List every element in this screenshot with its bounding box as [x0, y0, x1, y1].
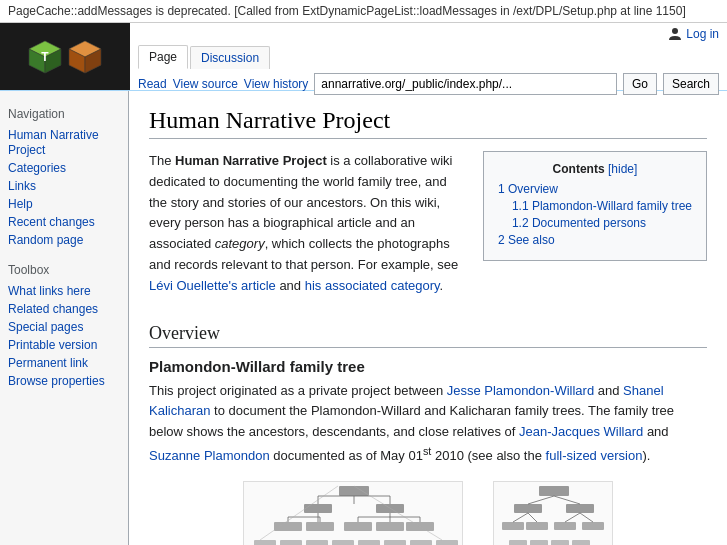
svg-line-56	[528, 496, 554, 504]
sidebar-item-hnp: Human Narrative Project	[8, 127, 120, 157]
svg-rect-11	[304, 504, 332, 513]
toc-hide-button[interactable]: [hide]	[608, 162, 637, 176]
svg-rect-18	[306, 522, 334, 531]
svg-rect-20	[376, 522, 404, 531]
toolbox-item-whatlinks: What links here	[8, 283, 120, 298]
svg-rect-68	[551, 540, 569, 545]
svg-rect-31	[280, 540, 302, 545]
svg-rect-60	[554, 522, 576, 530]
svg-rect-58	[502, 522, 524, 530]
login-link[interactable]: Log in	[686, 27, 719, 41]
sidebar-link-random[interactable]: Random page	[8, 233, 83, 247]
toc-item-11: 1.1 Plamondon-Willard family tree	[512, 199, 692, 213]
toc-num-2: 2	[498, 233, 508, 247]
toc-label-1: Overview	[508, 182, 558, 196]
svg-rect-17	[274, 522, 302, 531]
header-right: Log in Page Discussion Read View source …	[130, 23, 727, 90]
sidebar-item-random: Random page	[8, 232, 120, 247]
toolbox-link-browse[interactable]: Browse properties	[8, 374, 105, 388]
svg-rect-33	[332, 540, 354, 545]
toc-label-12: Documented persons	[532, 216, 646, 230]
view-source-link[interactable]: View source	[173, 77, 238, 91]
toolbox-link-printable[interactable]: Printable version	[8, 338, 97, 352]
sidebar-link-categories[interactable]: Categories	[8, 161, 66, 175]
svg-point-9	[672, 28, 678, 34]
sidebar-link-recent[interactable]: Recent changes	[8, 215, 95, 229]
warning-bar: PageCache::addMessages is deprecated. [C…	[0, 0, 727, 23]
content-area: Human Narrative Project Contents [hide] …	[128, 91, 727, 545]
go-button[interactable]: Go	[623, 73, 657, 95]
intro-section: Contents [hide] 1 Overview 1.1 Plamondon…	[149, 151, 707, 297]
nav-section-title: Navigation	[8, 107, 120, 121]
svg-line-57	[554, 496, 580, 504]
svg-rect-10	[339, 486, 369, 496]
levi-article-link[interactable]: Lévi Ouellette's article	[149, 278, 276, 293]
toolbox-link-related[interactable]: Related changes	[8, 302, 98, 316]
svg-line-65	[580, 513, 593, 522]
suzanne-link[interactable]: Suzanne Plamondon	[149, 448, 270, 463]
associated-category-link[interactable]: his associated category	[305, 278, 440, 293]
pw-heading: Plamondon-Willard family tree	[149, 358, 707, 375]
svg-rect-32	[306, 540, 328, 545]
tab-page[interactable]: Page	[138, 45, 188, 69]
svg-line-52	[354, 486, 442, 540]
toc-num-12: 1.2	[512, 216, 532, 230]
sidebar-link-help[interactable]: Help	[8, 197, 33, 211]
svg-rect-55	[566, 504, 594, 513]
tree-area	[149, 481, 707, 545]
sidebar-link-hnp[interactable]: Human Narrative Project	[8, 128, 99, 157]
jean-jacques-link[interactable]: Jean-Jacques Willard	[519, 424, 643, 439]
logo-area: T	[0, 23, 130, 90]
svg-rect-36	[410, 540, 432, 545]
hnp-bold: Human Narrative Project	[175, 153, 327, 168]
toc-link-seealso[interactable]: 2 See also	[498, 233, 555, 247]
toolbox-item-permanent: Permanent link	[8, 355, 120, 370]
url-input[interactable]	[314, 73, 617, 95]
tab-discussion[interactable]: Discussion	[190, 46, 270, 69]
page-title: Human Narrative Project	[149, 107, 707, 139]
toc-item-2: 2 See also	[498, 233, 692, 247]
project-description: This project originated as a private pro…	[149, 381, 707, 468]
search-button[interactable]: Search	[663, 73, 719, 95]
full-sized-link[interactable]: full-sized version	[546, 448, 643, 463]
toc-link-documented[interactable]: 1.2 Documented persons	[512, 216, 646, 230]
svg-rect-19	[344, 522, 372, 531]
view-history-link[interactable]: View history	[244, 77, 308, 91]
sidebar-link-links[interactable]: Links	[8, 179, 36, 193]
toolbox-link-permanent[interactable]: Permanent link	[8, 356, 88, 370]
toolbox-link-whatlinks[interactable]: What links here	[8, 284, 91, 298]
toolbox-item-special: Special pages	[8, 319, 120, 334]
svg-line-62	[513, 513, 528, 522]
logo-cube-2	[67, 39, 103, 75]
toc-num-1: 1	[498, 182, 508, 196]
toc-item-12: 1.2 Documented persons	[512, 216, 692, 230]
read-link[interactable]: Read	[138, 77, 167, 91]
sidebar: Navigation Human Narrative Project Categ…	[0, 91, 128, 545]
toolbox-item-browse: Browse properties	[8, 373, 120, 388]
navigation-list: Human Narrative Project Categories Links…	[8, 127, 120, 247]
toolbox-link-special[interactable]: Special pages	[8, 320, 83, 334]
jesse-link[interactable]: Jesse Plamondon-Willard	[447, 383, 594, 398]
toolbox-item-related: Related changes	[8, 301, 120, 316]
svg-line-63	[528, 513, 537, 522]
svg-rect-66	[509, 540, 527, 545]
toc-link-overview[interactable]: 1 Overview	[498, 182, 558, 196]
svg-rect-59	[526, 522, 548, 530]
toolbox-section-title: Toolbox	[8, 263, 120, 277]
svg-rect-61	[582, 522, 604, 530]
svg-rect-53	[539, 486, 569, 496]
address-bar-row: Read View source View history Go Search	[130, 69, 727, 99]
header: T Log in Page Discussion Rea	[0, 23, 727, 91]
logo-cube-1: T	[27, 39, 63, 75]
svg-line-64	[565, 513, 580, 522]
sidebar-item-links: Links	[8, 178, 120, 193]
toolbox-list: What links here Related changes Special …	[8, 283, 120, 388]
svg-rect-12	[376, 504, 404, 513]
toc-link-pw[interactable]: 1.1 Plamondon-Willard family tree	[512, 199, 692, 213]
toc-list: 1 Overview 1.1 Plamondon-Willard family …	[498, 182, 692, 247]
user-icon	[668, 27, 682, 41]
svg-text:T: T	[41, 50, 49, 64]
svg-rect-54	[514, 504, 542, 513]
sidebar-item-categories: Categories	[8, 160, 120, 175]
svg-rect-34	[358, 540, 380, 545]
